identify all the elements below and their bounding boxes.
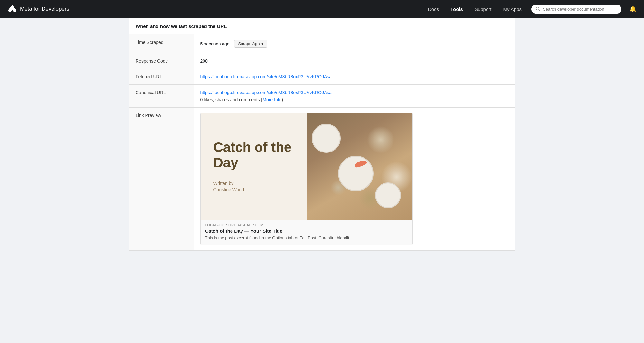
bell-icon[interactable]: 🔔 <box>629 5 636 13</box>
row-value-canonical: https://local-ogp.firebaseapp.com/site/u… <box>194 85 515 108</box>
likes-suffix: ) <box>281 97 283 102</box>
plate-1 <box>312 124 341 153</box>
preview-domain: LOCAL-OGP.FIREBASEAPP.COM <box>205 223 408 227</box>
nav-my-apps[interactable]: My Apps <box>498 5 526 14</box>
nav-support[interactable]: Support <box>470 5 496 14</box>
book-cover: Catch of the Day Written by Christine Wo… <box>201 113 307 220</box>
more-info-link[interactable]: More Info <box>262 97 281 102</box>
preview-excerpt: This is the post excerpt found in the Op… <box>205 235 408 241</box>
row-value-preview: Catch of the Day Written by Christine Wo… <box>194 108 515 250</box>
book-title: Catch of the Day <box>213 140 294 171</box>
row-label-preview: Link Preview <box>129 108 194 250</box>
row-value-time: 5 seconds ago Scrape Again <box>194 34 515 53</box>
row-label-fetched: Fetched URL <box>129 69 194 85</box>
row-value-response: 200 <box>194 53 515 69</box>
row-label-time: Time Scraped <box>129 34 194 53</box>
plate-3 <box>375 182 401 208</box>
row-value-fetched: https://local-ogp.firebaseapp.com/site/u… <box>194 69 515 85</box>
nav-links: Docs Tools Support My Apps <box>423 5 526 14</box>
likes-info: 0 likes, shares and comments (More Info) <box>200 97 509 102</box>
search-box <box>531 5 621 14</box>
table-row-preview: Link Preview Catch of the Day Written by… <box>129 108 515 250</box>
preview-title: Catch of the Day — Your Site Title <box>205 228 408 234</box>
search-input[interactable] <box>543 7 617 12</box>
time-value: 5 seconds ago <box>200 41 230 46</box>
brand-text: Meta for Developers <box>20 6 69 12</box>
table-row: Time Scraped 5 seconds ago Scrape Again <box>129 34 515 53</box>
section-title: When and how we last scraped the URL <box>136 24 227 29</box>
food-image <box>307 113 412 220</box>
fetched-url-link[interactable]: https://local-ogp.firebaseapp.com/site/u… <box>200 74 332 79</box>
scrape-again-button[interactable]: Scrape Again <box>234 40 267 48</box>
canonical-url-link[interactable]: https://local-ogp.firebaseapp.com/site/u… <box>200 90 332 95</box>
table-row: Fetched URL https://local-ogp.firebaseap… <box>129 69 515 85</box>
likes-text: 0 likes, shares and comments ( <box>200 97 263 102</box>
preview-card-bottom: LOCAL-OGP.FIREBASEAPP.COM Catch of the D… <box>201 220 412 245</box>
preview-card: Catch of the Day Written by Christine Wo… <box>200 113 413 245</box>
written-by-text: Written by <box>213 181 244 187</box>
table-row: Canonical URL https://local-ogp.firebase… <box>129 85 515 108</box>
section-header: When and how we last scraped the URL <box>129 18 515 34</box>
content-wrapper: When and how we last scraped the URL Tim… <box>129 18 515 251</box>
meta-logo-icon <box>8 5 17 14</box>
nav-tools[interactable]: Tools <box>446 5 468 14</box>
author-name-text: Christine Wood <box>213 187 244 193</box>
scrape-time-container: 5 seconds ago Scrape Again <box>200 40 509 48</box>
row-label-response: Response Code <box>129 53 194 69</box>
table-row: Response Code 200 <box>129 53 515 69</box>
main-content: When and how we last scraped the URL Tim… <box>0 18 644 343</box>
row-label-canonical: Canonical URL <box>129 85 194 108</box>
nav-docs[interactable]: Docs <box>423 5 443 14</box>
search-icon <box>536 7 540 11</box>
preview-image: Catch of the Day Written by Christine Wo… <box>201 113 412 220</box>
svg-line-1 <box>539 10 540 11</box>
plate-2 <box>338 156 374 191</box>
info-table: Time Scraped 5 seconds ago Scrape Again … <box>129 34 515 250</box>
author-label: Written by Christine Wood <box>213 181 244 193</box>
navbar: Meta for Developers Docs Tools Support M… <box>0 0 644 18</box>
brand: Meta for Developers <box>8 5 69 14</box>
